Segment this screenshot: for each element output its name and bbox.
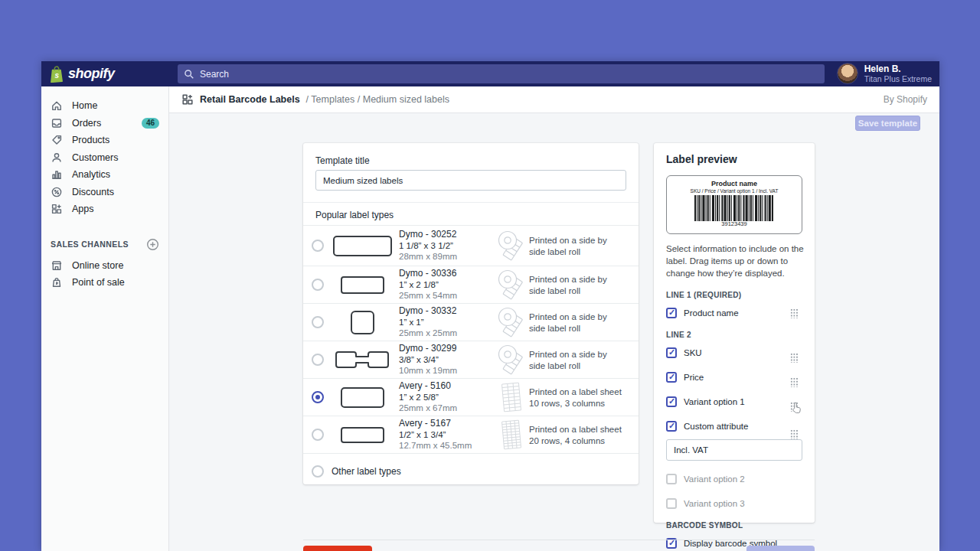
by-shopify-label: By Shopify [884, 94, 927, 105]
checkbox-label: Variant option 3 [684, 499, 745, 508]
item-row-product-name: Product name [666, 307, 802, 319]
sidebar-item-label: Orders [72, 118, 101, 129]
print-description: side label roll [529, 360, 632, 371]
checkbox-price[interactable] [666, 372, 677, 383]
sidebar-item-label: Apps [72, 204, 94, 214]
barcode-symbol-heading: BARCODE SYMBOL [666, 521, 802, 530]
sidebar-item-discounts[interactable]: Discounts [41, 184, 168, 201]
delete-template-button[interactable] [303, 546, 372, 551]
search-input[interactable]: Search [178, 64, 825, 83]
label-size-metric: 10mm x 19mm [399, 365, 497, 377]
orders-icon [51, 117, 63, 129]
sidebar: Home Orders 46 Products Customers Analyt… [41, 86, 169, 551]
label-type-row-dymo-30336[interactable]: Dymo - 30336 1” x 2 1/8” 25mm x 54mm Pri… [303, 266, 639, 303]
user-menu[interactable]: Helen B. Titan Plus Extreme [837, 63, 932, 84]
sidebar-item-orders[interactable]: Orders 46 [41, 115, 168, 132]
breadcrumb-path: / Templates / Medium sized labels [306, 94, 449, 105]
sidebar-item-label: Customers [72, 152, 118, 163]
other-label-types-label: Other label types [332, 466, 401, 477]
sidebar-item-label: Discounts [72, 187, 114, 197]
checkbox-sku[interactable] [666, 347, 677, 358]
apps-icon [51, 203, 63, 215]
save-template-bottom-button[interactable] [746, 546, 815, 551]
label-sheet-icon [495, 417, 528, 452]
checkbox-custom-attribute[interactable] [666, 421, 677, 432]
sidebar-item-online-store[interactable]: Online store [41, 257, 168, 275]
shopify-logo[interactable]: s shopify [41, 65, 169, 83]
radio-button[interactable] [312, 316, 324, 328]
item-row-variant-option-3: Variant option 3 [666, 497, 802, 510]
checkbox-product-name[interactable] [666, 308, 677, 318]
label-type-row-avery-5167[interactable]: Avery - 5167 1/2” x 1 3/4” 12.7mm x 45.5… [303, 416, 639, 453]
label-preview-card: Label preview Product name SKU / Price /… [654, 143, 815, 523]
preview-help-text: Select information to include on the lab… [666, 243, 804, 279]
label-roll-icon [495, 343, 528, 377]
label-size-imperial: 1” x 1” [399, 317, 497, 328]
user-store: Titan Plus Extreme [864, 74, 932, 83]
preview-product-name: Product name [667, 180, 802, 187]
sidebar-item-customers[interactable]: Customers [41, 149, 168, 167]
checkbox-variant-option-1[interactable] [666, 396, 677, 407]
sidebar-item-analytics[interactable]: Analytics [41, 166, 168, 184]
template-title-input[interactable] [315, 170, 626, 191]
label-shape-preview [351, 311, 374, 334]
label-preview-heading: Label preview [666, 153, 802, 165]
template-title-label: Template title [315, 155, 626, 166]
label-size-imperial: 1 1/8” x 3 1/2” [399, 240, 497, 252]
checkbox-label: Variant option 2 [684, 474, 745, 484]
checkbox-label: SKU [684, 348, 702, 357]
radio-button[interactable] [312, 465, 324, 478]
save-template-button[interactable]: Save template [855, 116, 920, 131]
sidebar-item-label: Point of sale [72, 277, 125, 288]
label-type-name: Dymo - 30252 [399, 229, 497, 240]
label-size-metric: 28mm x 89mm [399, 251, 497, 262]
label-size-metric: 25mm x 54mm [399, 290, 497, 302]
label-size-imperial: 1” x 2 1/8” [399, 279, 497, 291]
popular-label-types-heading: Popular label types [303, 203, 639, 225]
sidebar-item-home[interactable]: Home [41, 97, 168, 115]
radio-button[interactable] [312, 279, 324, 291]
label-type-row-dymo-30332[interactable]: Dymo - 30332 1” x 1” 25mm x 25mm Printed… [303, 303, 639, 341]
label-size-metric: 25mm x 25mm [399, 328, 497, 339]
item-row-variant-option-1: Variant option 1 [666, 396, 802, 408]
radio-button[interactable] [312, 240, 324, 252]
checkbox-variant-option-3[interactable] [666, 498, 677, 509]
add-channel-icon[interactable] [146, 238, 159, 251]
label-type-row-other[interactable]: Other label types [303, 453, 639, 488]
drag-handle[interactable] [790, 308, 798, 318]
label-type-row-dymo-30252[interactable]: Dymo - 30252 1 1/8” x 3 1/2” 28mm x 89mm… [303, 225, 639, 266]
page-content: Save template Template title Popular lab… [169, 113, 939, 551]
custom-attribute-input[interactable] [666, 439, 802, 461]
sidebar-item-point-of-sale[interactable]: Point of sale [41, 274, 168, 292]
radio-button[interactable] [312, 354, 324, 366]
drag-handle[interactable] [790, 353, 798, 363]
drag-handle[interactable] [790, 429, 798, 439]
item-row-price: Price [666, 371, 802, 383]
label-type-row-dymo-30299[interactable]: Dymo - 30299 3/8” x 3/4” 10mm x 19mm Pri… [303, 341, 639, 378]
label-type-name: Dymo - 30336 [399, 268, 497, 279]
sidebar-item-products[interactable]: Products [41, 132, 168, 149]
label-shape-preview [341, 427, 384, 443]
breadcrumb-app-name[interactable]: Retail Barcode Labels [200, 94, 300, 105]
drag-handle[interactable] [790, 377, 798, 387]
breadcrumb: Retail Barcode Labels / Templates / Medi… [169, 86, 939, 113]
discount-icon [51, 186, 63, 198]
sidebar-item-apps[interactable]: Apps [41, 201, 168, 218]
user-name: Helen B. [864, 64, 932, 74]
print-description: side label roll [529, 246, 632, 257]
app-window: s shopify Search Helen B. Titan Plus Ext… [41, 61, 939, 551]
radio-button[interactable] [312, 429, 324, 441]
label-type-name: Dymo - 30332 [399, 305, 497, 317]
print-description: Printed on a side by [529, 349, 632, 360]
radio-button[interactable] [312, 391, 324, 403]
label-preview-mockup: Product name SKU / Price / Variant optio… [666, 175, 802, 234]
person-icon [51, 152, 63, 164]
barcode-number: 39123439 [667, 220, 802, 227]
label-roll-icon [495, 229, 528, 262]
label-size-imperial: 1/2” x 1 3/4” [399, 429, 497, 441]
bar-chart-icon [51, 168, 63, 181]
label-type-row-avery-5160[interactable]: Avery - 5160 1” x 2 5/8” 25mm x 67mm Pri… [303, 378, 639, 416]
tag-icon [51, 134, 63, 146]
checkbox-variant-option-2[interactable] [666, 474, 677, 484]
footer-divider [303, 540, 815, 540]
